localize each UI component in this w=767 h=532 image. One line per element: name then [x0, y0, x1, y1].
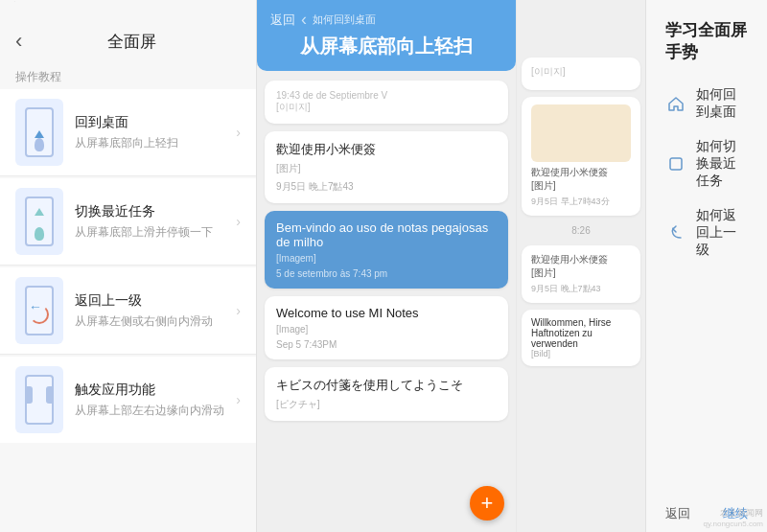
- right-note-2[interactable]: 歡迎使用小米便簽[图片] 9月5日 早上7時43分: [522, 97, 640, 216]
- tutorial-title-touch: 触发应用功能: [75, 382, 236, 399]
- tooltip-main-text: 从屏幕底部向上轻扫: [270, 34, 502, 59]
- note-card-2[interactable]: 歡迎使用小米便簽 [图片] 9月5日 晚上7點43: [265, 131, 508, 203]
- middle-panel: 返回 ‹ 如何回到桌面 从屏幕底部向上轻扫 19:43 de de Septie…: [257, 0, 516, 532]
- note-card-3[interactable]: Bem-vindo ao uso de notas pegajosas de m…: [265, 211, 508, 289]
- left-panel: 上午10:44 ‹ 全面屏 操作教程 回到桌面 从屏幕底部向上轻扫 ›: [0, 0, 257, 532]
- home-gesture-icon: [665, 93, 686, 114]
- note-tag-4: [Image]: [276, 324, 497, 335]
- tutorial-subtitle-home: 从屏幕底部向上轻扫: [75, 135, 236, 151]
- fab-add-button[interactable]: +: [470, 486, 504, 520]
- bottom-back-button[interactable]: 返回: [665, 505, 690, 522]
- gesture-label-back: 如何返回上一级: [696, 207, 748, 259]
- note-ts-2: 9月5日 晚上7點43: [276, 180, 497, 194]
- tutorial-title-home: 回到桌面: [75, 114, 236, 131]
- tutorial-list: 回到桌面 从屏幕底部向上轻扫 › 切换最近任务 从屏幕底部上滑并停顿一下 ›: [0, 89, 256, 532]
- tutorial-subtitle-back: 从屏幕左侧或右侧向内滑动: [75, 313, 236, 330]
- right-note-1[interactable]: [이미지]: [522, 58, 640, 90]
- right-note-4[interactable]: Willkommen, Hirse Haftnotizen zu verwend…: [522, 310, 640, 366]
- tutorial-item-back[interactable]: ← 返回上一级 从屏幕左侧或右侧向内滑动 ›: [0, 267, 256, 355]
- gesture-label-home: 如何回到桌面: [696, 86, 748, 121]
- tutorial-text-back: 返回上一级 从屏幕左侧或右侧向内滑动: [75, 292, 236, 330]
- note-title-2: 歡迎使用小米便簽: [276, 141, 497, 158]
- note-tag-5: [ピクチャ]: [276, 398, 497, 411]
- gesture-item-back[interactable]: 如何返回上一级: [665, 207, 748, 259]
- svg-rect-0: [670, 158, 682, 170]
- tooltip-subtitle: 如何回到桌面: [313, 12, 376, 27]
- watermark: 农企新闻网 qy.nongcun5.com: [703, 507, 763, 528]
- note-tag-3: [Imagem]: [276, 253, 497, 264]
- timestamp-divider: 8:26: [522, 222, 640, 239]
- note-card-5[interactable]: キビスの付箋を使用してようこそ [ピクチャ]: [265, 367, 508, 421]
- section-label: 操作教程: [0, 63, 256, 89]
- gesture-item-recent[interactable]: 如何切换最近任务: [665, 138, 748, 190]
- chevron-icon-touch: ›: [236, 392, 241, 407]
- right-note-4-tag: [Bild]: [531, 349, 631, 359]
- tutorial-subtitle-touch: 从屏幕上部左右边缘向内滑动: [75, 403, 236, 419]
- right-note-2-img: [531, 104, 631, 162]
- second-notes-col: [이미지] 歡迎使用小米便簽[图片] 9月5日 早上7時43分 8:26 歡迎使…: [516, 0, 645, 532]
- note-ts-4: Sep 5 7:43PM: [276, 339, 497, 350]
- tutorial-text-touch: 触发应用功能 从屏幕上部左右边缘向内滑动: [75, 382, 236, 419]
- right-note-3-ts: 9月5日 晚上7點43: [531, 283, 631, 295]
- tutorial-subtitle-recent: 从屏幕底部上滑并停顿一下: [75, 224, 236, 241]
- tutorial-item-touch[interactable]: 触发应用功能 从屏幕上部左右边缘向内滑动 ›: [0, 357, 256, 443]
- tutorial-icon-back: ←: [15, 277, 63, 344]
- note-title-3: Bem-vindo ao uso de notas pegajosas de m…: [276, 220, 497, 249]
- chevron-icon-recent: ›: [236, 214, 241, 229]
- chevron-icon: ›: [236, 125, 241, 140]
- right-note-3-body: 歡迎使用小米便簽[图片]: [531, 253, 631, 280]
- back-gesture-icon: [665, 222, 686, 243]
- tutorial-icon-home: [15, 99, 63, 166]
- tutorial-icon-recent: [15, 188, 63, 255]
- chevron-icon-back: ›: [236, 303, 241, 318]
- note-tag-1: [이미지]: [276, 101, 497, 114]
- tooltip-overlay: 返回 ‹ 如何回到桌面 从屏幕底部向上轻扫: [257, 0, 516, 71]
- notes-list: 19:43 de de Septiembre V [이미지] 歡迎使用小米便簽 …: [257, 77, 516, 532]
- note-title-4: Welcome to use MI Notes: [276, 306, 497, 320]
- note-card-1[interactable]: 19:43 de de Septiembre V [이미지]: [265, 81, 508, 124]
- gesture-item-home[interactable]: 如何回到桌面: [665, 86, 748, 121]
- gesture-label-recent: 如何切换最近任务: [696, 138, 748, 190]
- right-note-2-body: 歡迎使用小米便簽[图片]: [531, 166, 631, 193]
- left-header: ‹ 全面屏: [0, 2, 256, 63]
- note-date-1: 19:43 de de Septiembre V: [276, 90, 497, 101]
- note-title-5: キビスの付箋を使用してようこそ: [276, 377, 497, 394]
- tutorial-title-recent: 切换最近任务: [75, 203, 236, 220]
- note-card-4[interactable]: Welcome to use MI Notes [Image] Sep 5 7:…: [265, 296, 508, 359]
- tutorial-text-home: 回到桌面 从屏幕底部向上轻扫: [75, 114, 236, 151]
- square-gesture-icon: [665, 153, 686, 174]
- right-note-3[interactable]: 歡迎使用小米便簽[图片] 9月5日 晚上7點43: [522, 245, 640, 303]
- right-note-4-title: Willkommen, Hirse Haftnotizen zu verwend…: [531, 317, 631, 349]
- right-note-2-ts: 9月5日 早上7時43分: [531, 196, 631, 208]
- tutorial-icon-touch: [15, 366, 63, 433]
- right-note-1-body: [이미지]: [531, 65, 631, 79]
- far-right-panel: 学习全面屏手势 如何回到桌面 如何切换最近任务 如何返回上一级 返回 继续: [645, 0, 767, 532]
- note-ts-3: 5 de setembro às 7:43 pm: [276, 268, 497, 279]
- tutorial-text-recent: 切换最近任务 从屏幕底部上滑并停顿一下: [75, 203, 236, 241]
- tooltip-top: 返回 ‹ 如何回到桌面: [270, 10, 502, 30]
- tutorial-title-back: 返回上一级: [75, 292, 236, 310]
- back-button[interactable]: ‹: [15, 29, 22, 54]
- far-right-title: 学习全面屏手势: [665, 19, 748, 63]
- tutorial-item-home[interactable]: 回到桌面 从屏幕底部向上轻扫 ›: [0, 89, 256, 176]
- tutorial-item-recent[interactable]: 切换最近任务 从屏幕底部上滑并停顿一下 ›: [0, 178, 256, 266]
- page-title: 全面屏: [22, 31, 241, 53]
- note-tag-2: [图片]: [276, 162, 497, 175]
- tooltip-back-label[interactable]: 返回: [270, 12, 295, 29]
